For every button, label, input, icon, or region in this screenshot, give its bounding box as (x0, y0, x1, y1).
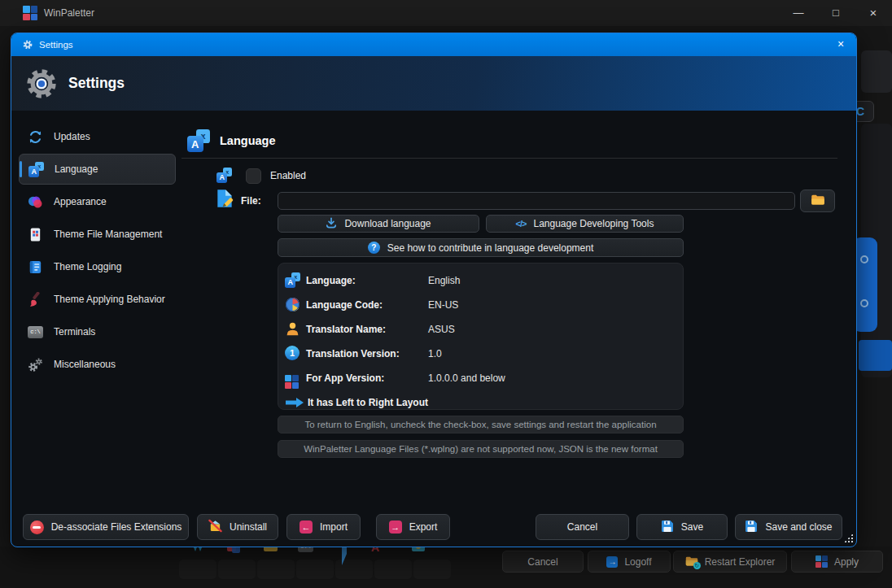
uninstall-icon (208, 519, 222, 535)
save-and-close-button[interactable]: Save and close (735, 514, 842, 540)
save-label: Save (681, 521, 703, 533)
file-document-icon (214, 188, 235, 212)
minimize-button[interactable]: — (786, 5, 811, 21)
logoff-icon: → (606, 556, 618, 568)
background-accent-rect (859, 340, 892, 371)
close-button[interactable]: × (861, 5, 885, 21)
apply-icon (815, 555, 828, 568)
resize-grip[interactable] (844, 534, 853, 542)
note-text: To return to English, uncheck the check-… (304, 420, 656, 429)
globe-icon (285, 297, 300, 312)
info-row-translation-version: 1 Translation Version: 1.0 (278, 342, 683, 366)
miscellaneous-icon (28, 357, 43, 372)
main-titlebar: WinPaletter — □ × (0, 0, 892, 26)
bg-apply-button[interactable]: Apply (791, 551, 883, 573)
bg-apply-label: Apply (834, 556, 859, 568)
language-section-icon: xA (187, 129, 210, 152)
language-developing-tools-button[interactable]: </> Language Developing Tools (486, 215, 684, 233)
info-label: Translation Version: (306, 342, 400, 366)
info-label: Translator Name: (306, 317, 386, 342)
sidebar-item-theme-logging[interactable]: Theme Logging (19, 251, 176, 282)
theme-applying-behavior-icon (28, 292, 43, 307)
maximize-button[interactable]: □ (824, 5, 848, 21)
theme-file-management-icon (28, 227, 43, 242)
sidebar-item-label: Theme Logging (54, 261, 121, 272)
download-icon (326, 217, 337, 231)
import-button[interactable]: ← Import (286, 514, 361, 540)
appearance-icon (28, 194, 43, 210)
info-value: 1.0 (428, 342, 442, 366)
theme-logging-icon (28, 259, 43, 275)
sidebar-item-miscellaneous[interactable]: Miscellaneous (19, 349, 176, 380)
version-one-icon: 1 (285, 346, 300, 361)
sidebar-item-updates[interactable]: Updates (19, 121, 176, 152)
terminals-icon: c:\ (28, 324, 43, 340)
sidebar-item-appearance[interactable]: Appearance (19, 186, 176, 217)
save-button[interactable]: Save (636, 514, 728, 540)
dialog-titlebar: Settings × (11, 33, 856, 56)
sidebar-item-label: Theme File Management (54, 229, 162, 240)
bg-logoff-label: Logoff (624, 556, 651, 568)
info-label: It has Left to Right Layout (308, 390, 428, 415)
info-row-translator-name: Translator Name: ASUS (278, 317, 683, 342)
language-info-panel: xA Language: English Language Code: EN-U… (278, 263, 684, 410)
deassociate-label: De-associate Files Extensions (51, 521, 182, 533)
bg-restart-explorer-button[interactable]: ↻ Restart Explorer (673, 551, 787, 573)
updates-icon (28, 129, 43, 145)
info-row-language: xA Language: English (278, 268, 683, 293)
restart-explorer-icon: ↻ (685, 556, 698, 567)
dialog-title: Settings (39, 33, 73, 56)
download-language-button[interactable]: Download language (278, 215, 479, 233)
sidebar-item-label: Theme Applying Behavior (54, 294, 165, 305)
bg-cancel-button[interactable]: Cancel (502, 551, 584, 573)
ltr-arrow-icon (285, 397, 300, 412)
contribute-button[interactable]: ? See how to contribute in language deve… (278, 238, 684, 257)
background-panel (861, 50, 892, 93)
sidebar-item-theme-file-management[interactable]: Theme File Management (19, 219, 176, 250)
deassociate-files-extensions-button[interactable]: De-associate Files Extensions (23, 514, 189, 540)
info-label: Language Code: (306, 293, 383, 317)
person-icon (285, 321, 300, 337)
sidebar-item-language[interactable]: xA Language (19, 154, 176, 185)
save-floppy-icon (745, 520, 758, 535)
bg-logoff-button[interactable]: → Logoff (588, 551, 671, 573)
info-value: 1.0.0.0 and below (428, 366, 505, 390)
enabled-checkbox[interactable] (246, 168, 261, 184)
dialog-close-button[interactable]: × (832, 37, 850, 53)
language-icon: xA (28, 162, 44, 177)
info-row-layout-direction: It has Left to Right Layout (278, 390, 683, 415)
import-arrow-icon: ← (300, 520, 313, 534)
section-title: Language (220, 128, 275, 153)
winpaletter-logo-icon (23, 6, 37, 20)
export-label: Export (409, 521, 438, 533)
save-floppy-icon (661, 520, 674, 535)
info-label: For App Version: (306, 366, 384, 390)
cancel-label: Cancel (567, 521, 597, 533)
bg-restart-explorer-label: Restart Explorer (705, 556, 776, 568)
info-row-app-version: For App Version: 1.0.0.0 and below (278, 366, 683, 390)
gear-icon (22, 39, 33, 50)
sidebar-item-terminals[interactable]: c:\ Terminals (19, 316, 176, 347)
browse-file-button[interactable] (800, 189, 835, 212)
file-label: File: (241, 193, 261, 209)
question-icon: ? (368, 242, 380, 254)
export-arrow-icon: → (389, 520, 402, 534)
contribute-label: See how to contribute in language develo… (387, 242, 594, 254)
info-value: English (428, 268, 460, 293)
export-button[interactable]: → Export (376, 514, 450, 540)
enabled-label: Enabled (270, 168, 306, 184)
uninstall-button[interactable]: Uninstall (197, 514, 278, 540)
window-title: WinPaletter (44, 0, 94, 26)
file-path-input[interactable] (278, 192, 795, 210)
settings-dialog: Settings × Settings Updates xA Language (11, 33, 857, 547)
note-wplng-format: WinPaletter Language Files (*.wplng) are… (278, 440, 684, 458)
note-return-to-english: To return to English, uncheck the check-… (278, 416, 684, 433)
language-icon: xA (285, 272, 300, 288)
folder-icon (811, 194, 825, 208)
sidebar-item-theme-applying-behavior[interactable]: Theme Applying Behavior (19, 284, 176, 315)
cancel-button[interactable]: Cancel (536, 514, 629, 540)
download-language-label: Download language (344, 218, 431, 229)
sidebar-item-label: Updates (54, 131, 90, 142)
app-version-icon (285, 370, 300, 385)
section-divider (181, 158, 837, 159)
